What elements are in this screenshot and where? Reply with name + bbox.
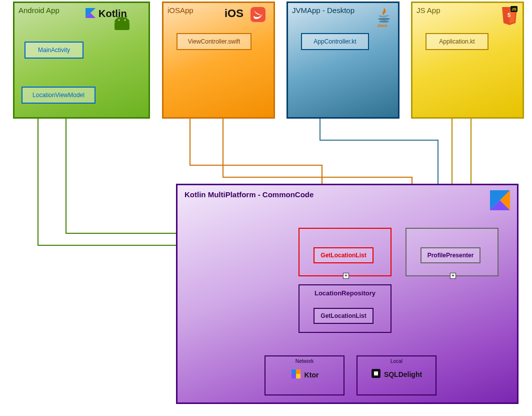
repository-title: LocationRepository [300,289,390,297]
platform-jvm-title: JVMApp - Desktop [292,6,354,15]
svg-rect-22 [292,369,296,374]
repository-inner-label: GetLocationList [320,312,366,319]
local-lib: SQLDelight [384,370,422,378]
usecase-box: GetLocationList + [298,228,392,276]
repository-inner: GetLocationList [314,308,374,324]
common-title: Kotlin MultiPlatform - CommonCode [184,190,314,199]
svg-rect-23 [296,369,300,374]
repository-box: LocationRepository GetLocationList [298,284,392,333]
file-mainactivity-label: MainActivity [38,47,70,54]
kotlin-icon [490,190,510,212]
svg-text:iOS: iOS [224,7,244,20]
svg-rect-24 [292,374,296,378]
platform-android: Android App Kotlin MainActivity Location… [13,2,150,119]
presenter-label: ProfilePresenter [428,252,474,259]
svg-rect-4 [114,22,130,30]
svg-rect-27 [374,371,378,375]
platform-jvm: JVMApp - Desktop Java AppController.kt [286,2,400,119]
svg-point-12 [379,21,389,23]
svg-text:5: 5 [508,12,510,18]
file-mainactivity: MainActivity [24,42,84,59]
presenter-box: ProfilePresenter + [406,228,498,276]
local-title: Local [358,358,436,364]
svg-point-5 [118,19,120,21]
expand-icon[interactable]: + [343,273,349,279]
file-locationviewmodel-label: LocationViewModel [32,92,84,99]
svg-text:JS: JS [512,7,516,12]
ktor-icon [290,368,302,381]
platform-ios: iOSApp iOS ViewController.swift [162,2,275,119]
file-locationviewmodel: LocationViewModel [22,87,96,104]
js-html5-brand: JS 5 [500,6,518,28]
file-appcontroller: AppController.kt [301,33,369,50]
svg-text:Java: Java [377,23,388,28]
file-application-label: Application.kt [439,38,474,45]
platform-ios-title: iOSApp [168,6,194,15]
file-viewcontroller-label: ViewController.swift [188,38,240,45]
file-viewcontroller: ViewController.swift [176,33,252,50]
expand-icon[interactable]: + [450,273,456,279]
network-title: Network [266,358,344,364]
usecase-label: GetLocationList [320,252,366,259]
network-lib: Ktor [304,371,319,379]
common-code-box: Kotlin MultiPlatform - CommonCode GetLoc… [176,184,518,404]
kotlin-brand: Kotlin [84,6,144,33]
platform-js-title: JS App [416,6,440,15]
file-appcontroller-label: AppController.kt [314,38,356,45]
file-application: Application.kt [426,33,488,50]
network-box: Network Ktor [264,355,344,395]
usecase-inner: GetLocationList [314,247,374,263]
platform-android-title: Android App [18,6,60,15]
svg-rect-25 [296,374,300,378]
platform-js: JS App JS 5 Application.kt [411,2,524,119]
ios-swift-brand: iOS [224,6,270,25]
sqldelight-icon [371,368,381,380]
svg-point-11 [378,18,390,21]
svg-point-6 [124,19,126,21]
java-brand: Java [374,6,394,30]
presenter-inner: ProfilePresenter [420,247,480,263]
local-box: Local SQLDelight [356,355,436,395]
